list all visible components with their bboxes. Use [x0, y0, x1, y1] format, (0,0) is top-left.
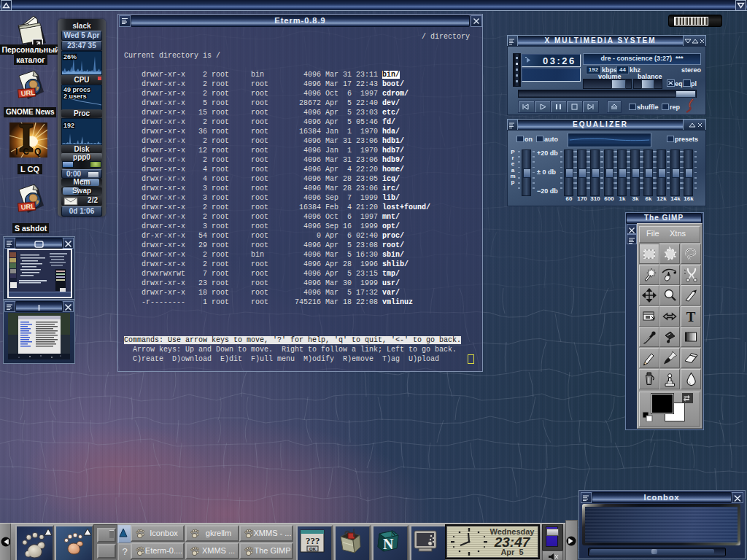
svg-text:URL: URL: [20, 88, 36, 98]
svg-text:26%: 26%: [63, 53, 77, 61]
svg-text:192: 192: [63, 122, 74, 129]
svg-text:ICQ: ICQ: [15, 147, 46, 157]
svg-text:2 users: 2 users: [63, 93, 87, 100]
svg-text:N: N: [391, 530, 396, 537]
svg-text:03:26: 03:26: [543, 55, 576, 66]
svg-text:N: N: [383, 536, 394, 552]
svg-text:OK: OK: [309, 547, 317, 551]
svg-text:T: T: [686, 308, 695, 324]
svg-text:URL: URL: [20, 202, 36, 211]
svg-text:???: ???: [306, 535, 320, 546]
